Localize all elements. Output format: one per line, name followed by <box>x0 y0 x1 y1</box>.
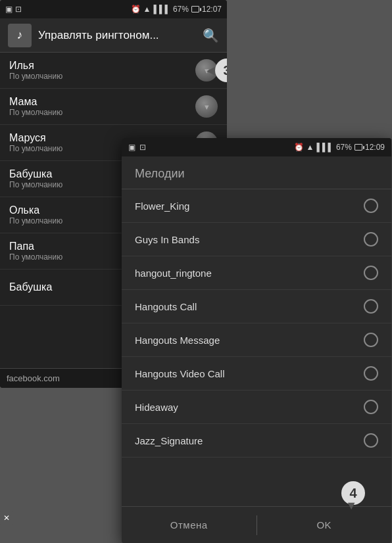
signal-icon: ▌▌▌ <box>153 5 170 14</box>
melody-name: Jazz_Signature <box>135 435 203 446</box>
toolbar-title: Управлять рингтоном... <box>38 29 196 42</box>
melody-name: Guys In Bands <box>135 234 199 245</box>
front-status-right: ⏰ ▲ ▌▌▌ 67% 12:09 <box>294 143 385 152</box>
contact-item-ilya[interactable]: Илья По умолчанию ▾ ◀ 3 <box>0 53 227 89</box>
contact-name: Илья <box>9 60 195 72</box>
radio-button[interactable] <box>364 333 378 347</box>
cancel-button[interactable]: Отмена <box>122 507 257 543</box>
melody-list: Flower_King Guys In Bands hangout_ringto… <box>122 189 391 458</box>
front-panel: ▣ ⊡ ⏰ ▲ ▌▌▌ 67% 12:09 Мелодии Flower_Kin… <box>122 138 391 543</box>
search-icon[interactable]: 🔍 <box>203 28 219 43</box>
melody-item-hangouts-video-call[interactable]: Hangouts Video Call <box>122 357 391 390</box>
front-time-display: 12:09 <box>365 143 385 152</box>
notification-icon: ▣ <box>5 5 12 14</box>
melody-item-hangout-ringtone[interactable]: hangout_ringtone <box>122 256 391 290</box>
music-icon: ♪ <box>8 24 32 47</box>
status-right-info: ⏰ ▲ ▌▌▌ 67% 12:07 <box>131 5 222 14</box>
facebook-url: facebook.com <box>7 373 60 383</box>
melody-name: Hangouts Call <box>135 301 197 312</box>
radio-button[interactable] <box>364 299 378 314</box>
time-display: 12:07 <box>202 5 222 14</box>
close-button[interactable]: ✕ <box>0 511 13 525</box>
front-status-bar: ▣ ⊡ ⏰ ▲ ▌▌▌ 67% 12:09 <box>122 138 391 156</box>
radio-button[interactable] <box>364 266 378 280</box>
melody-header: Мелодии <box>122 156 391 189</box>
front-notif-icon1: ▣ <box>128 143 135 152</box>
melody-name: hangout_ringtone <box>135 268 212 279</box>
melody-dialog-title: Мелодии <box>135 167 185 180</box>
front-wifi-icon: ▲ <box>306 143 314 152</box>
back-toolbar: ♪ Управлять рингтоном... 🔍 <box>0 18 227 53</box>
melody-name: Hangouts Message <box>135 335 220 346</box>
melody-name: Hideaway <box>135 402 178 413</box>
contact-name: Мама <box>9 96 195 108</box>
battery-icon <box>191 6 199 12</box>
radio-button[interactable] <box>364 400 378 414</box>
contact-sub: По умолчанию <box>9 72 195 81</box>
ok-button[interactable]: OK <box>257 507 392 543</box>
contact-dropdown-btn[interactable]: ▾ <box>195 95 218 118</box>
alarm-icon: ⏰ <box>131 5 141 14</box>
contact-sub: По умолчанию <box>9 108 195 117</box>
back-status-bar: ▣ ⊡ ⏰ ▲ ▌▌▌ 67% 12:07 <box>0 0 227 18</box>
melody-item-jazz-signature[interactable]: Jazz_Signature <box>122 424 391 458</box>
contact-info-mama: Мама По умолчанию <box>9 96 195 117</box>
melody-item-guys-in-bands[interactable]: Guys In Bands <box>122 223 391 256</box>
melody-item-hideaway[interactable]: Hideaway <box>122 390 391 424</box>
melody-item-flower-king[interactable]: Flower_King <box>122 189 391 223</box>
melody-item-hangouts-message[interactable]: Hangouts Message <box>122 323 391 357</box>
contact-info-ilya: Илья По умолчанию <box>9 60 195 81</box>
radio-button[interactable] <box>364 366 378 381</box>
radio-button[interactable] <box>364 433 378 448</box>
wifi-icon: ▲ <box>143 5 151 14</box>
front-notif-icon2: ⊡ <box>139 143 146 152</box>
front-status-left: ▣ ⊡ <box>128 143 146 152</box>
front-battery-icon <box>355 144 362 151</box>
sync-icon: ⊡ <box>15 5 22 14</box>
melody-name: Flower_King <box>135 201 189 212</box>
arrow-down-icon: ▼ <box>345 499 357 513</box>
front-alarm-icon: ⏰ <box>294 143 304 152</box>
front-battery-percent: 67% <box>336 143 352 152</box>
status-left-icons: ▣ ⊡ <box>5 5 22 14</box>
battery-percent: 67% <box>173 5 189 14</box>
melody-name: Hangouts Video Call <box>135 368 224 379</box>
contact-item-mama[interactable]: Мама По умолчанию ▾ <box>0 89 227 125</box>
radio-button[interactable] <box>364 199 378 213</box>
front-signal-icon: ▌▌▌ <box>316 143 333 152</box>
radio-button[interactable] <box>364 232 378 247</box>
melody-item-hangouts-call[interactable]: Hangouts Call <box>122 290 391 323</box>
